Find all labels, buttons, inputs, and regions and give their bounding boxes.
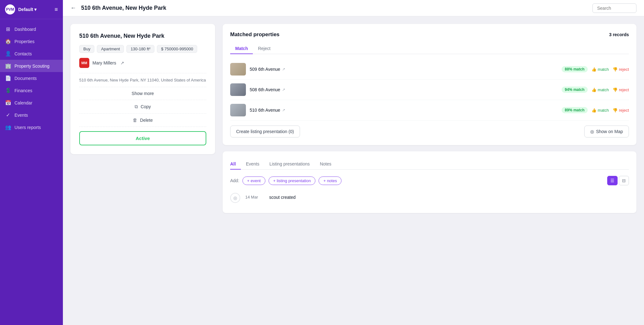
show-map-button[interactable]: ◎ Show on Map (584, 126, 629, 137)
thumbs-up-icon: 👍 (591, 67, 597, 72)
sidebar-item-contacts[interactable]: 👤 Contacts (0, 48, 63, 60)
tab-events[interactable]: Events (241, 159, 264, 170)
match-label: match (598, 87, 609, 92)
property-card: 510 6th Avenue, New Hyde Park Buy Apartm… (70, 24, 215, 154)
property-row: 510 6th Avenue ↗ 89% match 👍 match 👎 rej… (230, 100, 629, 120)
copy-button[interactable]: ⧉ Copy (79, 100, 206, 114)
sidebar-item-properties[interactable]: 🏠 Properties (0, 35, 63, 48)
add-notes-button[interactable]: + notes (319, 177, 341, 185)
page-title: 510 6th Avenue, New Hyde Park (81, 5, 166, 11)
dashboard-icon: ⊞ (5, 26, 11, 32)
tab-notes[interactable]: Notes (315, 159, 336, 170)
tag-buy: Buy (79, 45, 94, 53)
sidebar-item-property-scouting[interactable]: 🏢 Property Scouting (0, 60, 63, 72)
property-row-name: 508 6th Avenue ↗ (250, 87, 558, 92)
tag-apartment: Apartment (97, 45, 124, 53)
sidebar-nav: ⊞ Dashboard 🏠 Properties 👤 Contacts 🏢 Pr… (0, 19, 63, 325)
thumbs-up-icon: 👍 (591, 108, 597, 113)
copy-label: Copy (141, 104, 151, 109)
properties-icon: 🏠 (5, 38, 11, 44)
external-link-icon[interactable]: ↗ (282, 108, 285, 112)
property-row-name: 509 6th Avenue ↗ (250, 67, 558, 72)
property-name: 509 6th Avenue (250, 67, 280, 72)
sidebar-item-calendar[interactable]: 📅 Calendar (0, 97, 63, 109)
matched-footer: Create listing presentation (0) ◎ Show o… (230, 126, 629, 137)
reject-action-button[interactable]: 👎 reject (613, 108, 629, 113)
thumbs-down-icon: 👎 (613, 87, 618, 92)
sidebar-header: PVM Default ▾ ≡ (0, 0, 63, 19)
tab-reject[interactable]: Reject (253, 43, 275, 54)
sidebar-item-label: Finances (14, 88, 32, 93)
property-agent: MM Mary Millers ↗ (79, 58, 206, 68)
agent-avatar: MM (79, 58, 89, 68)
activity-tabs: All Events Listing presentations Notes (230, 159, 629, 170)
reject-action-button[interactable]: 👎 reject (613, 87, 629, 92)
match-label: match (598, 108, 609, 113)
finances-icon: 💲 (5, 87, 11, 93)
thumbs-down-icon: 👎 (613, 108, 618, 113)
matched-title: Matched properties (230, 31, 280, 38)
external-link-icon[interactable]: ↗ (282, 87, 285, 92)
sidebar-item-events[interactable]: ✓ Events (0, 109, 63, 121)
reject-action-button[interactable]: 👎 reject (613, 67, 629, 72)
property-row: 508 6th Avenue ↗ 94% match 👍 match 👎 rej… (230, 80, 629, 100)
show-more-button[interactable]: Show more (79, 87, 206, 100)
agent-external-link-icon[interactable]: ↗ (120, 60, 124, 65)
property-tags: Buy Apartment 130-180 ft² $ 750000-99500… (79, 45, 206, 53)
add-event-button[interactable]: + event (242, 177, 265, 185)
matched-properties-card: Matched properties 3 records Match Rejec… (223, 24, 636, 145)
property-thumbnail (230, 104, 246, 116)
tab-all[interactable]: All (230, 159, 241, 170)
external-link-icon[interactable]: ↗ (282, 67, 285, 71)
show-more-label: Show more (132, 91, 154, 96)
sidebar-workspace[interactable]: Default ▾ (18, 7, 36, 12)
grid-view-button[interactable]: ⊟ (619, 176, 629, 185)
records-count: 3 records (609, 32, 629, 37)
property-name: 510 6th Avenue (250, 108, 280, 113)
sidebar-item-label: Users reports (14, 125, 41, 130)
tab-listing-presentations[interactable]: Listing presentations (264, 159, 315, 170)
documents-icon: 📄 (5, 75, 11, 81)
contacts-icon: 👤 (5, 51, 11, 57)
events-icon: ✓ (5, 112, 11, 118)
show-map-label: Show on Map (596, 129, 623, 134)
left-panel: 510 6th Avenue, New Hyde Park Buy Apartm… (70, 24, 215, 317)
add-listing-button[interactable]: + listing presentation (269, 177, 316, 185)
sidebar-item-documents[interactable]: 📄 Documents (0, 72, 63, 84)
match-action-button[interactable]: 👍 match (591, 87, 609, 92)
timeline: ◎ 14 Mar scout created (230, 190, 629, 205)
delete-label: Delete (140, 118, 153, 123)
agent-name: Mary Millers (92, 60, 116, 65)
sidebar-item-dashboard[interactable]: ⊞ Dashboard (0, 23, 63, 35)
timeline-date: 14 Mar (245, 193, 264, 199)
back-button[interactable]: ← (70, 5, 76, 11)
topbar: ← 510 6th Avenue, New Hyde Park (63, 0, 644, 16)
sidebar-item-label: Documents (14, 76, 37, 81)
list-view-button[interactable]: ☰ (607, 176, 618, 185)
reject-label: reject (619, 87, 629, 92)
sidebar-logo: PVM (5, 4, 15, 14)
reject-label: reject (619, 108, 629, 113)
status-button[interactable]: Active (79, 131, 206, 145)
sidebar-item-users-reports[interactable]: 👥 Users reports (0, 121, 63, 133)
property-row: 509 6th Avenue ↗ 88% match 👍 match 👎 rej… (230, 59, 629, 80)
delete-button[interactable]: 🗑 Delete (79, 114, 206, 127)
tab-match[interactable]: Match (230, 43, 253, 54)
timeline-item: ◎ 14 Mar scout created (230, 190, 629, 205)
sidebar-menu-button[interactable]: ≡ (54, 6, 58, 13)
match-action-button[interactable]: 👍 match (591, 67, 609, 72)
create-listing-button[interactable]: Create listing presentation (0) (230, 126, 300, 137)
main-content: ← 510 6th Avenue, New Hyde Park 510 6th … (63, 0, 644, 325)
property-row-name: 510 6th Avenue ↗ (250, 108, 558, 113)
match-badge: 88% match (562, 66, 588, 72)
sidebar-item-finances[interactable]: 💲 Finances (0, 84, 63, 97)
search-input[interactable] (592, 3, 636, 13)
match-badge: 89% match (562, 107, 588, 113)
sidebar-item-label: Contacts (14, 51, 32, 56)
sidebar-item-label: Property Scouting (14, 64, 49, 69)
timeline-text: scout created (269, 193, 296, 200)
tag-size: 130-180 ft² (126, 45, 154, 53)
workspace-label: Default (18, 7, 33, 12)
property-card-title: 510 6th Avenue, New Hyde Park (79, 33, 206, 39)
match-action-button[interactable]: 👍 match (591, 108, 609, 113)
